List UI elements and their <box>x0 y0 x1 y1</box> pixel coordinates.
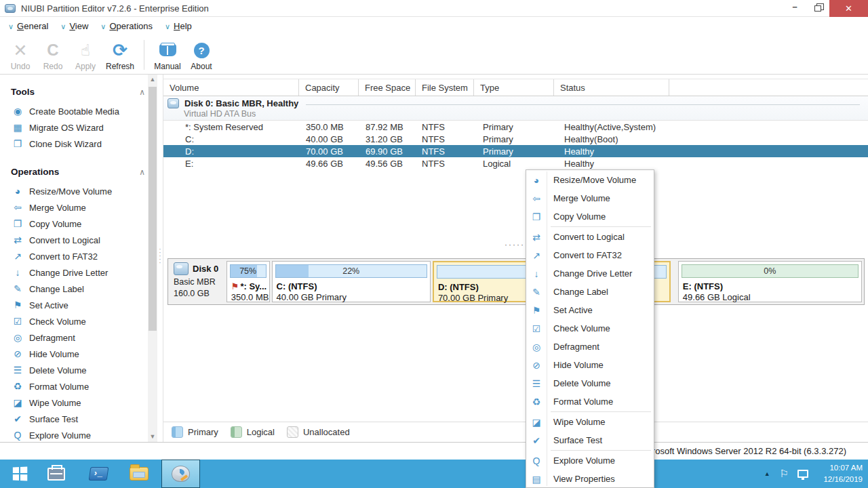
column-header-status[interactable]: Status <box>554 79 669 96</box>
powershell-taskbar-button[interactable] <box>83 460 114 488</box>
sidebar-item-delete-volume[interactable]: ☰ Delete Volume <box>0 362 163 378</box>
partition-block-e[interactable]: 0% E: (NTFS) 49.66 GB Logical <box>678 261 862 302</box>
sidebar-item-wipe-volume[interactable]: ◪ Wipe Volume <box>0 394 163 411</box>
sidebar-item-check-volume[interactable]: ☑ Check Volume <box>0 313 163 329</box>
sidebar-item-convert-to-fat32[interactable]: ↗ Convert to FAT32 <box>0 248 163 264</box>
sidebar-item-resize-move-volume[interactable]: ◕ Resize/Move Volume <box>0 183 163 199</box>
unallocated-swatch-icon <box>287 426 298 438</box>
context-menu-item-delete-volume[interactable]: ☰ Delete Volume <box>526 374 654 392</box>
menu-help[interactable]: Help <box>162 20 195 33</box>
sidebar-scrollbar[interactable]: ▲ ▼ <box>148 75 157 442</box>
manual-button[interactable]: Manual <box>150 35 185 74</box>
sidebar-item-copy-volume[interactable]: ❐ Copy Volume <box>0 216 163 232</box>
context-menu-item-check-volume[interactable]: ☑ Check Volume <box>526 319 654 338</box>
column-header-volume[interactable]: Volume <box>163 79 299 96</box>
sidebar-item-explore-volume[interactable]: Q Explore Volume <box>0 427 163 442</box>
file-explorer-taskbar-button[interactable] <box>123 460 155 488</box>
sidebar-splitter-handle[interactable]: ····· <box>157 247 163 279</box>
disk-group-row[interactable]: Disk 0: Basic MBR, Healthy Virtual HD AT… <box>163 96 868 121</box>
minimize-button[interactable] <box>783 0 806 17</box>
context-menu-item-change-drive-letter[interactable]: ↓ Change Drive Letter <box>526 264 654 283</box>
server-manager-taskbar-button[interactable] <box>41 460 72 488</box>
show-hidden-icons-chevron[interactable]: ▲ <box>764 470 770 477</box>
volume-row-system-reserved[interactable]: *: System Reserved 350.0 MB 87.92 MB NTF… <box>163 121 868 133</box>
partition-block-c[interactable]: 22% C: (NTFS) 40.00 GB Primary <box>272 261 431 302</box>
menu-operations[interactable]: Operations <box>98 20 155 33</box>
apply-button[interactable]: Apply <box>69 35 102 74</box>
menu-general[interactable]: General <box>5 20 51 33</box>
column-header-type[interactable]: Type <box>474 79 554 96</box>
column-header-file-system[interactable]: File System <box>416 79 474 96</box>
context-menu-item-set-active[interactable]: ⚑ Set Active <box>526 301 654 319</box>
column-header-free-space[interactable]: Free Space <box>359 79 416 96</box>
context-menu-item-wipe-volume[interactable]: ◪ Wipe Volume <box>526 413 654 431</box>
taskbar-clock[interactable]: 10:07 AM 12/16/2019 <box>816 462 868 485</box>
column-header-capacity[interactable]: Capacity <box>299 79 359 96</box>
action-center-flag-icon[interactable] <box>780 468 789 480</box>
network-icon[interactable] <box>797 470 808 478</box>
context-menu-item-convert-to-logical[interactable]: ⇄ Convert to Logical <box>526 228 654 246</box>
view-properties-icon: ▤ <box>526 474 547 485</box>
sidebar-item-merge-volume[interactable]: ⇦ Merge Volume <box>0 199 163 216</box>
context-menu-item-surface-test[interactable]: ✔ Surface Test <box>526 431 654 449</box>
panel-splitter-handle[interactable]: ····· <box>501 240 528 249</box>
sidebar-item-defragment[interactable]: ◎ Defragment <box>0 329 163 346</box>
chevron-down-icon <box>60 21 69 31</box>
volume-row-c[interactable]: C: 40.00 GB 31.20 GB NTFS Primary Health… <box>163 133 868 145</box>
undo-button[interactable]: Undo <box>4 35 37 74</box>
tools-section-header[interactable]: Tools <box>0 83 163 100</box>
about-button[interactable]: ? About <box>185 35 218 74</box>
delete-volume-icon: ☰ <box>11 365 24 375</box>
redo-button[interactable]: Redo <box>37 35 69 74</box>
cell-volume: D: <box>163 146 299 157</box>
volume-row-d[interactable]: D: 70.00 GB 69.90 GB NTFS Primary Health… <box>163 145 868 157</box>
disk-group-subtitle: Virtual HD ATA Bus <box>184 109 256 119</box>
sidebar-item-create-bootable-media[interactable]: ◉ Create Bootable Media <box>0 103 163 119</box>
context-menu-item-copy-volume[interactable]: ❐ Copy Volume <box>526 207 654 226</box>
context-menu-item-merge-volume[interactable]: ⇦ Merge Volume <box>526 189 654 207</box>
sidebar-item-convert-to-logical[interactable]: ⇄ Convert to Logical <box>0 232 163 248</box>
sidebar-item-hide-volume[interactable]: ⊘ Hide Volume <box>0 346 163 362</box>
refresh-button[interactable]: Refresh <box>102 35 138 74</box>
sidebar-item-clone-disk-wizard[interactable]: ❐ Clone Disk Wizard <box>0 136 163 152</box>
taskbar: ▲ 10:07 AM 12/16/2019 <box>0 460 868 488</box>
surface-test-icon: ✔ <box>11 413 24 424</box>
merge-volume-icon: ⇦ <box>11 202 24 213</box>
sidebar-item-migrate-os-wizard[interactable]: ▦ Migrate OS Wizard <box>0 119 163 136</box>
partition-block-system-reserved[interactable]: 75% *: Sy... 350.0 MB <box>226 261 270 302</box>
sidebar-item-change-drive-letter[interactable]: ↓ Change Drive Letter <box>0 264 163 281</box>
primary-swatch-icon <box>172 426 183 438</box>
scroll-down-icon[interactable]: ▼ <box>148 432 157 442</box>
start-button[interactable] <box>4 460 35 488</box>
context-menu-item-view-properties[interactable]: ▤ View Properties <box>526 470 654 488</box>
sidebar-item-set-active[interactable]: ⚑ Set Active <box>0 297 163 313</box>
context-menu-item-resize-move-volume[interactable]: ◕ Resize/Move Volume <box>526 171 654 189</box>
context-menu-item-convert-to-fat32[interactable]: ↗ Convert to FAT32 <box>526 246 654 264</box>
clone-disk-wizard-icon: ❐ <box>11 138 24 149</box>
column-header-filler <box>669 79 868 96</box>
section-gap <box>0 152 163 163</box>
close-button[interactable] <box>829 0 868 17</box>
context-menu-item-hide-volume[interactable]: ⊘ Hide Volume <box>526 356 654 374</box>
menu-view[interactable]: View <box>58 20 91 33</box>
sidebar: Tools ◉ Create Bootable Media ▦ Migrate … <box>0 75 163 442</box>
scrollbar-thumb[interactable] <box>149 87 157 331</box>
toolbar-separator <box>144 40 144 70</box>
niubi-taskbar-button-active[interactable] <box>161 460 200 488</box>
legend-primary: Primary <box>172 426 218 438</box>
restore-button[interactable] <box>806 0 829 17</box>
usage-bar: 0% <box>682 264 859 278</box>
sidebar-item-change-label[interactable]: ✎ Change Label <box>0 281 163 297</box>
disk-map-disk-block[interactable]: Disk 0 Basic MBR 160.0 GB <box>170 261 224 302</box>
scroll-up-icon[interactable]: ▲ <box>148 75 157 85</box>
context-menu-item-change-label[interactable]: ✎ Change Label <box>526 283 654 301</box>
volume-row-e[interactable]: E: 49.66 GB 49.56 GB NTFS Logical Health… <box>163 157 868 169</box>
cell-status: Healthy <box>554 146 669 157</box>
windows-logo-icon <box>13 466 27 481</box>
sidebar-item-surface-test[interactable]: ✔ Surface Test <box>0 411 163 427</box>
context-menu-item-format-volume[interactable]: ♻ Format Volume <box>526 392 654 411</box>
context-menu-item-explore-volume[interactable]: Q Explore Volume <box>526 451 654 470</box>
context-menu-item-defragment[interactable]: ◎ Defragment <box>526 338 654 356</box>
sidebar-item-format-volume[interactable]: ♻ Format Volume <box>0 378 163 394</box>
operations-section-header[interactable]: Operations <box>0 163 163 180</box>
